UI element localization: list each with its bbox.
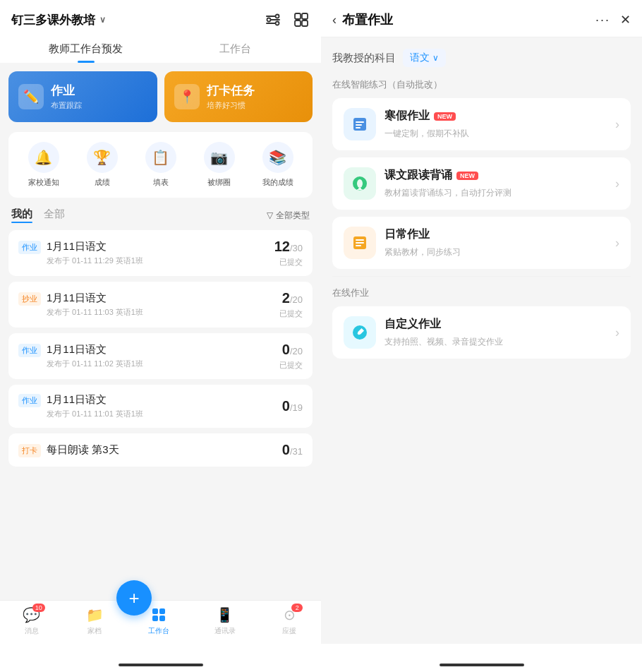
left-header: 钉三多课外教培 ∨ bbox=[0, 0, 321, 63]
hw-card-custom[interactable]: 自定义作业 支持拍照、视频、录音提交作业 › bbox=[332, 306, 631, 359]
assignment-count: 0/19 bbox=[282, 398, 303, 414]
subject-value: 语文 bbox=[410, 52, 430, 64]
assignment-tag: 抄业 bbox=[18, 292, 41, 306]
notify-label: 家校通知 bbox=[28, 177, 59, 188]
home-indicator-bar bbox=[0, 644, 321, 672]
winter-hw-desc: 一键定制，假期不补队 bbox=[384, 128, 469, 138]
winter-hw-badge: NEW bbox=[434, 112, 456, 121]
bottom-nav: 💬 10 消息 📁 家档 工作台 bbox=[0, 600, 321, 644]
reading-hw-title: 课文跟读背诵 bbox=[384, 168, 452, 183]
svg-rect-6 bbox=[295, 13, 301, 19]
checkin-card[interactable]: 📍 打卡任务 培养好习惯 bbox=[164, 71, 313, 122]
app-title[interactable]: 钉三多课外教培 ∨ bbox=[11, 12, 106, 28]
assignment-tag: 作业 bbox=[18, 241, 41, 254]
filter-icon-triangle: ▽ bbox=[267, 210, 273, 220]
right-home-indicator-bar bbox=[321, 644, 642, 672]
grid-icon[interactable] bbox=[293, 11, 310, 28]
svg-rect-21 bbox=[357, 189, 363, 191]
svg-rect-7 bbox=[302, 13, 308, 19]
assignment-status: 已提交 bbox=[279, 257, 303, 268]
nav-aid[interactable]: ⊙ 2 应援 bbox=[280, 606, 298, 636]
assignment-title: 1月11日语文 bbox=[47, 393, 143, 407]
contacts-nav-label: 通讯录 bbox=[214, 626, 236, 636]
tab-workbench[interactable]: 工作台 bbox=[161, 37, 310, 63]
message-badge: 10 bbox=[32, 604, 45, 612]
quick-notify[interactable]: 🔔 家校通知 bbox=[28, 142, 59, 188]
assignment-title: 1月11日语文 bbox=[47, 240, 143, 253]
assignment-total: /30 bbox=[290, 243, 303, 253]
table-row[interactable]: 作业 1月11日语文 发布于 01-11 11:29 英语1班 12/30 已提… bbox=[8, 230, 313, 276]
quick-form[interactable]: 📋 填表 bbox=[145, 142, 176, 188]
form-icon: 📋 bbox=[145, 142, 176, 173]
reading-hw-badge: NEW bbox=[456, 172, 478, 180]
svg-rect-12 bbox=[152, 616, 158, 621]
assignment-total: /31 bbox=[290, 446, 303, 457]
assignment-title: 1月11日语文 bbox=[47, 343, 143, 356]
notify-icon: 🔔 bbox=[28, 142, 59, 173]
section2-title: 在线作业 bbox=[332, 287, 631, 299]
assignment-total: /20 bbox=[290, 294, 303, 305]
custom-hw-title: 自定义作业 bbox=[384, 317, 441, 332]
table-row[interactable]: 抄业 1月11日语文 发布于 01-11 11:03 英语1班 2/20 已提交 bbox=[8, 282, 313, 328]
subject-row-label: 我教授的科目 bbox=[332, 52, 396, 65]
nav-contacts[interactable]: 📱 通讯录 bbox=[214, 606, 236, 636]
assignment-title: 每日朗读 第3天 bbox=[47, 443, 119, 457]
quick-my-grade[interactable]: 📚 我的成绩 bbox=[262, 142, 293, 188]
add-fab-button[interactable]: + bbox=[116, 580, 152, 616]
assignment-total: /20 bbox=[290, 346, 303, 356]
left-content: ✏️ 作业 布置跟踪 📍 打卡任务 培养好习惯 🔔 bbox=[0, 63, 321, 600]
svg-point-19 bbox=[357, 179, 363, 188]
assignment-count: 12/30 bbox=[274, 239, 303, 255]
my-grade-label: 我的成绩 bbox=[262, 177, 293, 188]
quick-circle[interactable]: 📷 被绑圈 bbox=[204, 142, 235, 188]
assignment-meta: 发布于 01-11 11:02 英语1班 bbox=[47, 359, 143, 369]
svg-point-1 bbox=[276, 15, 279, 18]
table-row[interactable]: 作业 1月11日语文 发布于 01-11 11:02 英语1班 0/20 已提交 bbox=[8, 333, 313, 379]
winter-hw-icon bbox=[344, 108, 376, 140]
svg-point-5 bbox=[276, 22, 279, 25]
assignment-tag: 作业 bbox=[18, 344, 41, 357]
table-row[interactable]: 作业 1月11日语文 发布于 01-11 11:01 英语1班 0/19 bbox=[8, 385, 313, 428]
hw-card-reading[interactable]: 课文跟读背诵 NEW 教材篇读背诵练习，自动打分评测 › bbox=[332, 157, 631, 210]
daily-hw-desc: 紧贴教材，同步练习 bbox=[384, 247, 461, 257]
tab-all[interactable]: 全部 bbox=[44, 208, 65, 223]
my-grade-icon: 📚 bbox=[262, 142, 293, 173]
table-row[interactable]: 打卡 每日朗读 第3天 0/31 bbox=[8, 433, 313, 467]
grade-label: 成绩 bbox=[95, 177, 110, 188]
grade-icon: 🏆 bbox=[87, 142, 118, 173]
files-icon: 📁 bbox=[85, 606, 104, 624]
assignment-meta: 发布于 01-11 11:29 英语1班 bbox=[47, 256, 143, 266]
hw-card-daily[interactable]: 日常作业 紧贴教材，同步练习 › bbox=[332, 217, 631, 269]
nav-files[interactable]: 📁 家档 bbox=[85, 606, 104, 636]
filter-icon[interactable] bbox=[265, 11, 281, 28]
my-all-row: 我的 全部 ▽ 全部类型 bbox=[8, 208, 313, 223]
right-home-indicator bbox=[440, 664, 524, 666]
assignment-list: 作业 1月11日语文 发布于 01-11 11:29 英语1班 12/30 已提… bbox=[8, 230, 313, 472]
subject-selector[interactable]: 语文 ∨ bbox=[403, 49, 446, 67]
homework-card[interactable]: ✏️ 作业 布置跟踪 bbox=[8, 71, 157, 122]
filter-button[interactable]: ▽ 全部类型 bbox=[267, 210, 310, 222]
hw-card-winter[interactable]: 寒假作业 NEW 一键定制，假期不补队 › bbox=[332, 98, 631, 150]
svg-rect-13 bbox=[159, 616, 165, 621]
assignment-total: /19 bbox=[290, 402, 303, 413]
assignment-status: 已提交 bbox=[279, 308, 303, 319]
nav-workbench[interactable]: 工作台 bbox=[148, 606, 169, 636]
back-icon[interactable]: ‹ bbox=[332, 13, 337, 28]
assignment-tag: 作业 bbox=[18, 394, 41, 407]
quick-grade[interactable]: 🏆 成绩 bbox=[87, 142, 118, 188]
tab-my[interactable]: 我的 bbox=[11, 208, 32, 223]
custom-hw-desc: 支持拍照、视频、录音提交作业 bbox=[384, 337, 503, 347]
tab-workbench-preview[interactable]: 教师工作台预发 bbox=[11, 37, 161, 63]
nav-message[interactable]: 💬 10 消息 bbox=[23, 606, 41, 636]
aid-badge: 2 bbox=[291, 604, 303, 612]
section1-title: 在线智能练习（自动批改） bbox=[332, 78, 631, 91]
filter-label: 全部类型 bbox=[276, 210, 310, 222]
svg-rect-9 bbox=[302, 20, 308, 26]
assignment-meta: 发布于 01-11 11:01 英语1班 bbox=[47, 409, 143, 419]
more-icon[interactable]: ··· bbox=[595, 13, 610, 28]
right-panel-title: 布置作业 bbox=[342, 11, 393, 28]
subject-chevron-icon: ∨ bbox=[432, 53, 439, 63]
close-icon[interactable]: ✕ bbox=[620, 12, 631, 28]
assignment-count: 0/31 bbox=[282, 442, 303, 458]
app-name-text: 钉三多课外教培 bbox=[11, 12, 95, 28]
